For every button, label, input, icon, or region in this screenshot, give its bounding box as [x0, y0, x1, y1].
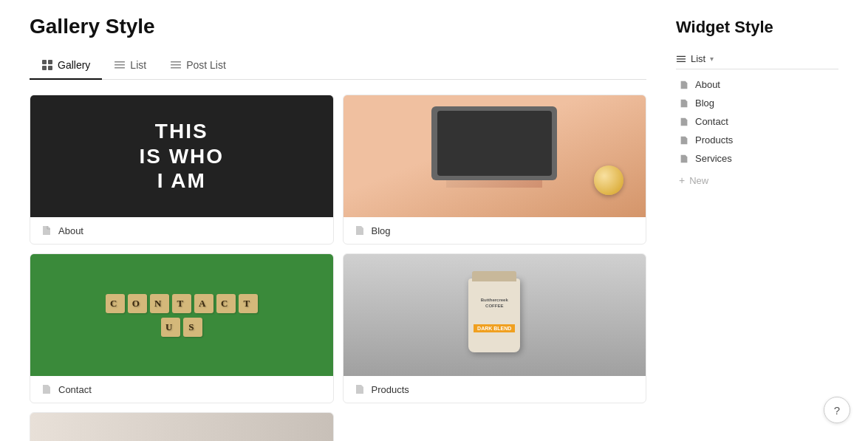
card-image-contact: C O N T A C T U S: [30, 254, 333, 376]
svg-rect-7: [171, 61, 181, 63]
svg-rect-9: [171, 67, 181, 69]
svg-rect-10: [677, 55, 686, 56]
svg-rect-11: [677, 58, 686, 59]
svg-rect-0: [42, 60, 47, 64]
card-label-products: Products: [372, 384, 409, 395]
tab-post-list[interactable]: Post List: [158, 53, 238, 80]
tab-gallery-label: Gallery: [58, 59, 90, 71]
sidebar-item-contact[interactable]: Contact: [676, 112, 838, 131]
page-icon-products: [354, 383, 366, 395]
sidebar-label-contact: Contact: [695, 116, 728, 127]
sidebar-label-about: About: [695, 79, 720, 90]
sidebar-new-button[interactable]: + New: [676, 171, 838, 190]
svg-rect-3: [48, 66, 52, 70]
sidebar-label-blog: Blog: [695, 98, 714, 109]
card-label-about: About: [58, 225, 83, 236]
gallery-card-about[interactable]: THISIS WHOI AM About: [30, 95, 334, 245]
page-icon-contact: [41, 383, 52, 395]
card-label-contact: Contact: [58, 384, 92, 395]
sidebar-new-label: New: [689, 175, 708, 186]
card-footer-products: Products: [344, 376, 646, 403]
page-icon-sidebar-about: [679, 80, 689, 90]
card-footer-contact: Contact: [30, 376, 333, 403]
tab-post-list-label: Post List: [186, 59, 226, 71]
help-button[interactable]: ?: [824, 397, 850, 423]
svg-rect-2: [42, 66, 47, 70]
sidebar-item-blog[interactable]: Blog: [676, 94, 838, 112]
widget-list-icon: [676, 54, 686, 64]
svg-rect-5: [115, 64, 125, 66]
tab-list[interactable]: List: [102, 53, 158, 80]
card-image-about: THISIS WHOI AM: [30, 95, 333, 217]
grid-icon: [41, 59, 53, 71]
sidebar-item-about[interactable]: About: [676, 75, 838, 94]
widget-title: Widget Style: [676, 18, 838, 37]
gallery-card-services[interactable]: Service Services: [30, 412, 334, 441]
page-icon-blog: [354, 225, 366, 236]
svg-rect-4: [115, 61, 125, 63]
card-footer-about: About: [30, 217, 333, 244]
page-title: Gallery Style: [30, 15, 646, 38]
tabs-bar: Gallery List Post List: [30, 53, 646, 80]
sidebar-label-services: Services: [695, 153, 732, 164]
page-icon-sidebar-products: [679, 135, 689, 146]
svg-rect-8: [171, 64, 181, 66]
page-icon-about: [41, 225, 52, 236]
plus-icon: +: [679, 174, 685, 186]
main-content: Gallery Style Gallery List: [30, 15, 646, 441]
help-label: ?: [834, 404, 840, 417]
gallery-grid: THISIS WHOI AM About: [30, 95, 646, 441]
widget-items-list: About Blog Contact Products: [676, 75, 838, 168]
chevron-down-icon: ▾: [710, 55, 714, 63]
widget-list-label: List: [691, 53, 705, 64]
list-icon: [114, 59, 126, 71]
widget-list-dropdown[interactable]: List ▾: [676, 49, 838, 69]
sidebar-item-services[interactable]: Services: [676, 149, 838, 168]
page-icon-sidebar-contact: [679, 117, 689, 127]
gallery-card-products[interactable]: ButthercreekCOFFEE DARK BLEND Products: [343, 253, 647, 403]
page-icon-sidebar-blog: [679, 98, 689, 109]
tab-gallery[interactable]: Gallery: [30, 53, 102, 80]
sidebar-label-products: Products: [695, 134, 733, 146]
tab-list-label: List: [130, 59, 146, 71]
svg-rect-6: [115, 67, 125, 69]
sidebar: Widget Style List ▾ About Blog: [676, 15, 838, 441]
card-image-products: ButthercreekCOFFEE DARK BLEND: [344, 254, 646, 376]
card-image-services: Service: [30, 413, 333, 441]
svg-rect-1: [48, 60, 52, 64]
gallery-card-blog[interactable]: Blog: [343, 95, 647, 245]
card-image-blog: [344, 95, 646, 217]
gallery-card-contact[interactable]: C O N T A C T U S: [30, 253, 334, 403]
page-icon-sidebar-services: [679, 154, 689, 164]
list-icon2: [170, 59, 182, 71]
card-footer-blog: Blog: [344, 217, 646, 244]
svg-rect-12: [677, 61, 686, 61]
sidebar-item-products[interactable]: Products: [676, 131, 838, 149]
card-label-blog: Blog: [372, 225, 391, 236]
